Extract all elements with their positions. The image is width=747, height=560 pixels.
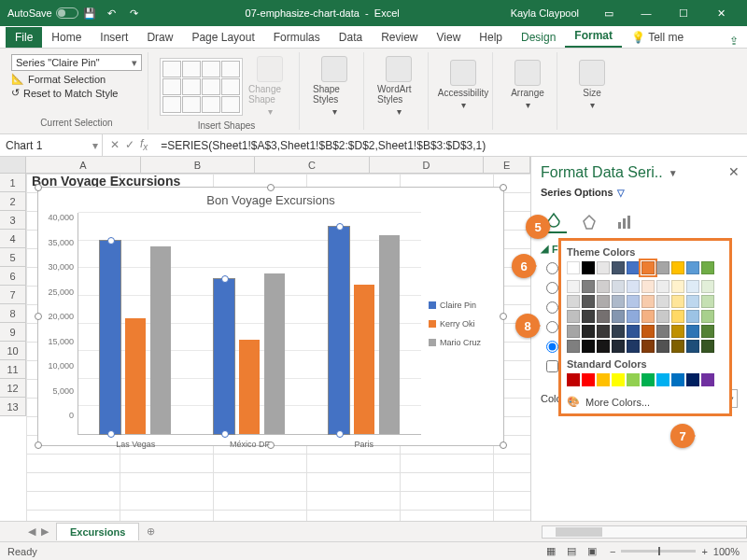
color-swatch[interactable] — [656, 325, 669, 338]
color-swatch[interactable] — [701, 310, 714, 323]
formula-input[interactable]: =SERIES(Sheet1!$A$3,Sheet1!$B$2:$D$2,She… — [155, 139, 747, 152]
row-header[interactable]: 4 — [0, 230, 25, 248]
color-swatch[interactable] — [612, 280, 625, 293]
reset-to-match-button[interactable]: ↺ Reset to Match Style — [11, 87, 142, 99]
color-swatch[interactable] — [597, 261, 610, 274]
color-swatch[interactable] — [641, 325, 655, 338]
bar-series-2[interactable] — [150, 246, 171, 434]
color-swatch[interactable] — [582, 373, 595, 386]
color-swatch[interactable] — [686, 295, 699, 308]
cancel-formula-icon[interactable]: ✕ — [110, 138, 120, 151]
color-swatch[interactable] — [582, 280, 595, 293]
color-swatch[interactable] — [567, 280, 580, 293]
row-header[interactable]: 1 — [0, 174, 25, 192]
add-sheet-icon[interactable]: ⊕ — [147, 525, 155, 538]
color-swatch[interactable] — [641, 295, 655, 308]
autosave-toggle[interactable]: AutoSave — [7, 7, 78, 19]
horizontal-scrollbar[interactable] — [542, 525, 747, 539]
color-swatch[interactable] — [686, 373, 699, 386]
row-header[interactable]: 3 — [0, 211, 25, 230]
color-swatch[interactable] — [671, 295, 684, 308]
color-swatch[interactable] — [612, 373, 625, 386]
select-all-cell[interactable] — [0, 157, 26, 173]
zoom-slider[interactable] — [621, 550, 696, 553]
zoom-out-icon[interactable]: − — [610, 546, 615, 557]
color-swatch[interactable] — [656, 310, 669, 323]
row-header[interactable]: 10 — [0, 342, 25, 360]
color-swatch[interactable] — [656, 295, 669, 308]
color-swatch[interactable] — [582, 261, 595, 274]
accessibility-button[interactable]: Accessibility▾ — [440, 58, 486, 112]
sheet-tab-excursions[interactable]: Excursions — [56, 523, 139, 540]
color-swatch[interactable] — [701, 295, 714, 308]
color-swatch[interactable] — [582, 340, 595, 353]
color-swatch[interactable] — [641, 310, 655, 323]
color-swatch[interactable] — [582, 295, 595, 308]
color-swatch[interactable] — [612, 295, 625, 308]
format-selection-button[interactable]: 📐 Format Selection — [11, 73, 142, 85]
row-header[interactable]: 9 — [0, 323, 25, 342]
tab-help[interactable]: Help — [470, 27, 512, 48]
color-swatch[interactable] — [671, 310, 684, 323]
color-swatch[interactable] — [597, 325, 610, 338]
row-header[interactable]: 6 — [0, 267, 25, 286]
tab-draw[interactable]: Draw — [137, 27, 182, 48]
wordart-styles-button[interactable]: WordArt Styles▾ — [375, 54, 422, 119]
color-swatch[interactable] — [612, 340, 625, 353]
color-swatch[interactable] — [597, 280, 610, 293]
color-swatch[interactable] — [567, 373, 580, 386]
view-layout-icon[interactable]: ▤ — [561, 545, 582, 557]
color-swatch[interactable] — [627, 280, 640, 293]
sheet-nav-next-icon[interactable]: ▶ — [39, 525, 50, 538]
color-swatch[interactable] — [671, 325, 684, 338]
color-swatch[interactable] — [671, 373, 684, 386]
color-swatch[interactable] — [597, 310, 610, 323]
color-swatch[interactable] — [641, 373, 655, 386]
col-header[interactable]: B — [141, 157, 256, 173]
color-swatch[interactable] — [641, 280, 655, 293]
color-swatch[interactable] — [656, 373, 669, 386]
plot-area[interactable]: Las VegasMéxico DFParis — [78, 213, 421, 435]
color-swatch[interactable] — [597, 295, 610, 308]
color-swatch[interactable] — [686, 261, 699, 274]
view-normal-icon[interactable]: ▦ — [541, 545, 561, 557]
tab-format[interactable]: Format — [565, 25, 622, 48]
color-swatch[interactable] — [686, 280, 699, 293]
color-swatch[interactable] — [627, 325, 640, 338]
tab-file[interactable]: File — [6, 27, 42, 48]
row-header[interactable]: 2 — [0, 192, 25, 211]
chart-title[interactable]: Bon Voyage Excursions — [38, 188, 503, 213]
maximize-icon[interactable]: ☐ — [665, 0, 702, 26]
zoom-level[interactable]: 100% — [713, 546, 740, 557]
color-swatch[interactable] — [671, 261, 684, 274]
row-header[interactable]: 12 — [0, 379, 25, 398]
undo-icon[interactable]: ↶ — [103, 4, 121, 22]
effects-tab-icon[interactable] — [576, 211, 602, 233]
color-swatch[interactable] — [656, 280, 669, 293]
color-swatch[interactable] — [567, 295, 580, 308]
view-pagebreak-icon[interactable]: ▣ — [582, 545, 602, 557]
more-colors-button[interactable]: 🎨 More Colors... — [567, 392, 724, 408]
color-swatch[interactable] — [656, 340, 669, 353]
worksheet[interactable]: A B C D E 1 2 3 4 5 6 7 8 9 10 11 12 13 — [0, 157, 530, 521]
color-swatch[interactable] — [567, 325, 580, 338]
color-swatch[interactable] — [627, 340, 640, 353]
tab-view[interactable]: View — [428, 27, 471, 48]
size-button[interactable]: Size▾ — [569, 58, 615, 112]
tab-page-layout[interactable]: Page Layout — [182, 27, 263, 48]
tab-data[interactable]: Data — [330, 27, 372, 48]
zoom-in-icon[interactable]: + — [701, 546, 707, 557]
fx-icon[interactable]: fx — [140, 137, 148, 152]
col-header[interactable]: D — [370, 157, 485, 173]
color-swatch[interactable] — [671, 280, 684, 293]
redo-icon[interactable]: ↷ — [125, 4, 144, 22]
color-swatch[interactable] — [686, 340, 699, 353]
bar-series-2[interactable] — [379, 235, 400, 434]
tab-home[interactable]: Home — [42, 27, 91, 48]
chart-element-dropdown[interactable]: Series "Claire Pin" — [11, 54, 142, 71]
color-swatch[interactable] — [701, 325, 714, 338]
minimize-icon[interactable]: — — [627, 0, 665, 26]
bar-series-0[interactable] — [214, 279, 234, 434]
tab-review[interactable]: Review — [372, 27, 427, 48]
color-swatch[interactable] — [686, 325, 699, 338]
